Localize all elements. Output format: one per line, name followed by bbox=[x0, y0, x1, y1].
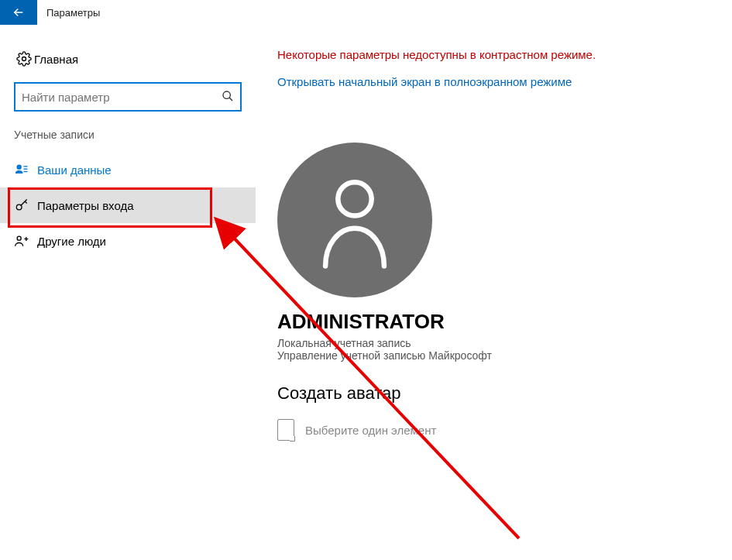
fullscreen-start-link[interactable]: Открывать начальный экран в полноэкранно… bbox=[277, 75, 572, 88]
svg-point-9 bbox=[338, 182, 371, 215]
svg-point-8 bbox=[17, 236, 21, 240]
search-box[interactable] bbox=[14, 82, 242, 112]
manage-account-link[interactable]: Управление учетной записью Майкрософт bbox=[277, 349, 732, 362]
content-area: Некоторые параметры недоступны в контрас… bbox=[256, 25, 732, 441]
sidebar-item-other-people[interactable]: Другие люди bbox=[0, 223, 256, 259]
window-title: Параметры bbox=[46, 7, 100, 19]
svg-point-1 bbox=[223, 91, 230, 98]
people-icon bbox=[14, 233, 37, 249]
svg-line-2 bbox=[229, 98, 232, 101]
home-label: Главная bbox=[34, 53, 78, 66]
back-button[interactable] bbox=[0, 0, 37, 25]
home-nav[interactable]: Главная bbox=[0, 46, 256, 71]
sidebar-section-header: Учетные записи bbox=[0, 129, 256, 152]
avatar bbox=[277, 143, 432, 297]
user-name: ADMINISTRATOR bbox=[277, 310, 732, 334]
search-input[interactable] bbox=[22, 84, 222, 110]
sidebar: Главная Учетные записи Ваши данные Парам… bbox=[0, 25, 256, 441]
sidebar-item-label: Ваши данные bbox=[37, 163, 112, 177]
person-card-icon bbox=[14, 162, 37, 177]
account-type: Локальная учетная запись bbox=[277, 337, 732, 349]
avatar-picker[interactable]: Выберите один элемент bbox=[277, 419, 732, 441]
file-icon bbox=[277, 419, 294, 441]
search-icon bbox=[222, 90, 234, 105]
avatar-section-title: Создать аватар bbox=[277, 383, 732, 404]
picker-hint: Выберите один элемент bbox=[305, 424, 436, 437]
person-icon bbox=[312, 170, 397, 270]
sidebar-item-your-info[interactable]: Ваши данные bbox=[0, 152, 256, 187]
gear-icon bbox=[14, 51, 34, 67]
svg-point-3 bbox=[17, 165, 21, 169]
sidebar-item-signin-options[interactable]: Параметры входа bbox=[0, 187, 256, 223]
svg-point-0 bbox=[22, 57, 26, 61]
contrast-warning: Некоторые параметры недоступны в контрас… bbox=[277, 48, 732, 61]
sidebar-item-label: Параметры входа bbox=[37, 199, 134, 212]
sidebar-item-label: Другие люди bbox=[37, 235, 106, 248]
arrow-left-icon bbox=[12, 5, 26, 19]
key-icon bbox=[14, 198, 37, 213]
